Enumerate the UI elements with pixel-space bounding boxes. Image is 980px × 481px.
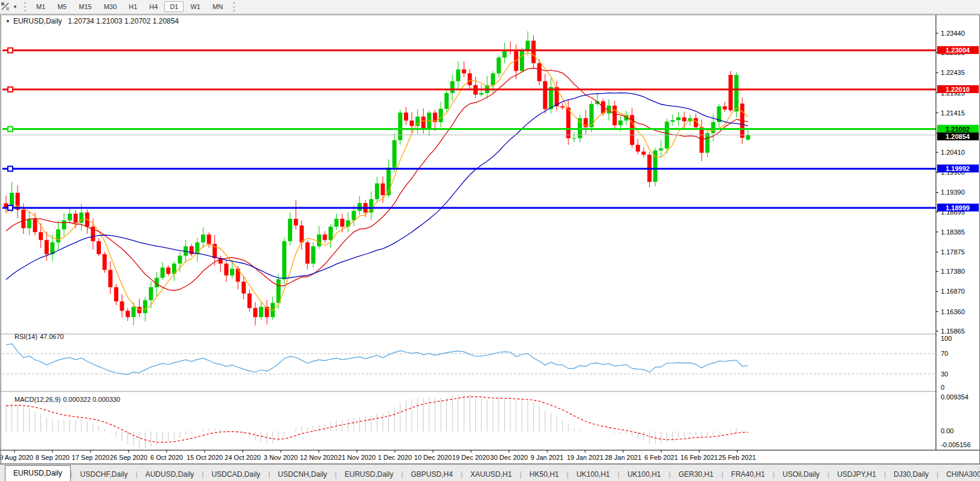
timeframe-button-w1[interactable]: W1 xyxy=(185,1,206,12)
candle xyxy=(149,287,153,300)
candle xyxy=(531,40,536,63)
chart-tab-usdcnh-daily[interactable]: USDCNH,Daily xyxy=(270,468,335,481)
candle xyxy=(39,232,43,240)
price-tick-label: 1.15865 xyxy=(941,328,965,335)
candle xyxy=(311,247,315,264)
candle xyxy=(671,120,675,122)
chart-tab-china300-h1[interactable]: CHINA300,H1 xyxy=(938,468,980,481)
candle xyxy=(404,112,408,120)
timeframe-button-m5[interactable]: M5 xyxy=(52,1,72,12)
candle xyxy=(566,108,571,138)
chart-tab-eurusd-daily[interactable]: EURUSD,Daily xyxy=(337,468,402,481)
candle xyxy=(253,308,257,317)
candle xyxy=(201,234,205,242)
chart-tab-audusd-daily[interactable]: AUDUSD,Daily xyxy=(138,468,202,481)
timeframe-button-h4[interactable]: H4 xyxy=(144,1,163,12)
chart-tab-usdchf-daily[interactable]: USDCHF,Daily xyxy=(72,468,136,481)
candle xyxy=(27,219,31,228)
timeframe-button-m1[interactable]: M1 xyxy=(31,1,51,12)
toolbar-separator xyxy=(24,2,26,11)
chart-tab-usoil-daily[interactable]: USOil,Daily xyxy=(775,468,827,481)
crosshair-tool-icon[interactable] xyxy=(1,2,11,11)
rsi-axis-label: 70 xyxy=(941,350,948,357)
candle xyxy=(491,73,495,85)
macd-axis-label: 0.009354 xyxy=(941,393,969,401)
candle xyxy=(705,133,709,153)
candle xyxy=(415,117,420,126)
candle xyxy=(126,311,130,317)
candle xyxy=(421,117,426,129)
collapse-arrow-icon[interactable]: ▼ xyxy=(5,19,10,24)
candle xyxy=(277,279,281,303)
chart-tab-uk100-h1[interactable]: UK100,H1 xyxy=(569,468,618,481)
date-label: 15 Oct 2020 xyxy=(187,454,223,461)
candle xyxy=(456,69,460,82)
hline-price-badge-text: 1.22010 xyxy=(946,86,970,93)
hline-handle[interactable] xyxy=(8,205,13,210)
macd-values: 0.000322 0.000330 xyxy=(63,396,120,403)
timeframe-button-h1[interactable]: H1 xyxy=(123,1,143,12)
candle xyxy=(450,81,455,93)
candle xyxy=(178,256,182,263)
candle xyxy=(520,50,524,71)
chart-tab-xauusd-h1[interactable]: XAUUSD,H1 xyxy=(463,468,520,481)
chart-tab-fra40-h1[interactable]: FRA40,H1 xyxy=(723,468,773,481)
candle xyxy=(392,140,397,168)
chart-tab-eurusd-daily[interactable]: EURUSD,Daily xyxy=(5,465,71,481)
timeframe-button-d1[interactable]: D1 xyxy=(164,1,184,12)
candle xyxy=(618,120,623,125)
hline-price-badge-text: 1.23004 xyxy=(946,47,970,54)
candle xyxy=(45,240,49,254)
chart-tab-hk50-h1[interactable]: HK50,H1 xyxy=(522,468,567,481)
chart-tab-uk100-h1[interactable]: UK100,H1 xyxy=(620,468,668,481)
date-label: 17 Sep 2020 xyxy=(72,454,109,461)
macd-name: MACD(12,26,9) xyxy=(14,396,60,403)
timeframe-button-mn[interactable]: MN xyxy=(207,1,228,12)
rsi-value: 47.0670 xyxy=(40,333,64,340)
candle xyxy=(375,184,379,199)
price-tick-label: 1.20410 xyxy=(941,149,965,156)
candle xyxy=(398,112,402,140)
hline-handle[interactable] xyxy=(8,166,13,171)
candle xyxy=(613,106,617,126)
candle xyxy=(381,184,385,196)
candle xyxy=(479,93,484,95)
candle xyxy=(299,225,304,242)
chart-tab-gbpusd-h4[interactable]: GBPUSD,H4 xyxy=(403,468,461,481)
timeframe-button-m15[interactable]: M15 xyxy=(73,1,97,12)
hline-handle[interactable] xyxy=(8,48,13,53)
dropdown-arrow-icon[interactable]: ▼ xyxy=(13,4,18,10)
candle xyxy=(132,307,136,317)
candle xyxy=(723,106,727,109)
candle xyxy=(74,214,78,223)
date-label: 26 Sep 2020 xyxy=(110,454,147,461)
bid-price-badge-text: 1.20854 xyxy=(946,133,970,140)
chart-tab-usdjpy-h1[interactable]: USDJPY,H1 xyxy=(829,468,883,481)
candle xyxy=(56,230,60,242)
candle xyxy=(294,219,298,225)
hline-handle[interactable] xyxy=(8,127,13,132)
hline-handle[interactable] xyxy=(8,87,13,92)
candle xyxy=(642,152,646,155)
hline-price-badge-text: 1.18999 xyxy=(946,204,970,211)
candle xyxy=(537,63,542,81)
candle xyxy=(108,270,112,288)
chart-tab-usdcad-daily[interactable]: USDCAD,Daily xyxy=(203,468,268,481)
candle xyxy=(340,219,344,227)
candle xyxy=(659,149,663,150)
price-tick-label: 1.18385 xyxy=(941,228,965,236)
candle xyxy=(439,109,443,122)
top-toolbar: ▼ M1M5M15M30H1H4D1W1MN xyxy=(0,0,980,14)
chart-tab-ger30-h1[interactable]: GER30,H1 xyxy=(671,468,722,481)
candle xyxy=(468,73,472,85)
candle xyxy=(120,302,124,311)
candle xyxy=(711,122,716,133)
rsi-axis-label: 30 xyxy=(941,370,948,378)
candle xyxy=(700,127,704,152)
candle xyxy=(746,135,750,140)
date-label: 12 Nov 2020 xyxy=(300,454,338,461)
chart-tab-dj30-daily[interactable]: DJ30,Daily xyxy=(886,468,937,481)
price-tick-label: 1.23440 xyxy=(941,30,965,37)
timeframe-button-m30[interactable]: M30 xyxy=(98,1,122,12)
candle xyxy=(259,307,263,317)
